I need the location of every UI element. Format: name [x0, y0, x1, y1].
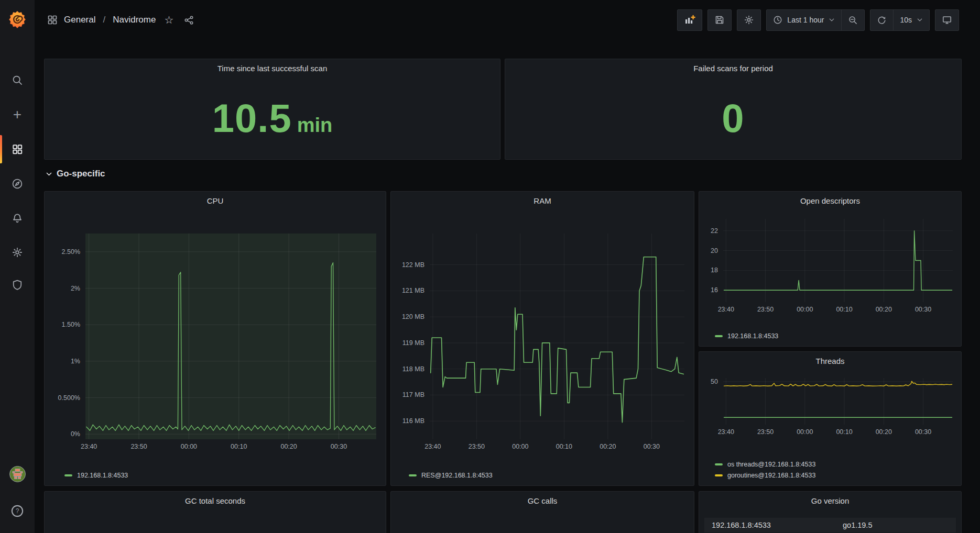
panel-title[interactable]: GC total seconds [45, 492, 386, 505]
sidebar-item-alerting[interactable] [0, 206, 35, 230]
x-tick-label: 23:40 [81, 443, 97, 450]
chart-zone: 0%0.500%1%1.50%2%2.50% 23:4023:5000:0000… [52, 234, 376, 452]
sidebar-item-server-admin[interactable] [0, 273, 35, 297]
plus-icon: + [13, 107, 21, 122]
compass-icon [12, 178, 23, 190]
y-tick-label: 119 MB [397, 339, 424, 347]
dashboard-settings-button[interactable] [737, 9, 761, 31]
go-version-value: go1.19.5 [843, 521, 872, 529]
x-tick-label: 23:50 [757, 306, 774, 313]
legend-item[interactable]: os threads@192.168.1.8:4533 [715, 461, 815, 468]
panel-title[interactable]: RAM [391, 192, 694, 205]
legend: 192.168.1.8:4533 [64, 472, 128, 479]
panel-title[interactable]: CPU [45, 192, 386, 205]
section-go-specific-label: Go-specific [57, 169, 105, 179]
panel-scan-time: Time since last successful scan 10.5 min [44, 59, 500, 160]
add-panel-icon [684, 14, 695, 26]
time-picker-group: Last 1 hour [766, 9, 865, 31]
x-tick-label: 00:20 [600, 443, 616, 450]
share-icon[interactable] [182, 14, 196, 26]
plot-area[interactable] [723, 378, 953, 425]
y-axis: 16182022 [705, 219, 723, 302]
dashboard-content: Jobs Time since last successful scan 10.… [35, 0, 980, 533]
refresh-button[interactable] [870, 10, 893, 30]
plot-area[interactable] [723, 219, 953, 302]
x-tick-label: 00:20 [280, 443, 297, 450]
x-axis: 23:4023:5000:0000:1000:2000:30 [723, 304, 953, 315]
refresh-icon [877, 15, 887, 25]
y-axis: 116 MB117 MB118 MB119 MB120 MB121 MB122 … [397, 234, 430, 439]
x-tick-label: 23:50 [469, 443, 485, 450]
panel-title[interactable]: Go version [699, 492, 961, 505]
go-version-host: 192.168.1.8:4533 [704, 521, 771, 529]
y-tick-label: 118 MB [397, 365, 424, 373]
breadcrumb: General / Navidrome ☆ [47, 13, 196, 27]
clock-icon [773, 15, 782, 25]
dashboard-toolbar: Last 1 hour [677, 9, 959, 31]
legend: os threads@192.168.1.8:4533goroutines@19… [715, 461, 815, 479]
sidebar-item-search[interactable] [0, 68, 35, 92]
y-axis: 50 [705, 378, 723, 425]
y-tick-label: 122 MB [397, 261, 424, 269]
favorite-star-icon[interactable]: ☆ [162, 13, 176, 27]
x-tick-label: 23:40 [718, 306, 734, 313]
active-indicator [0, 135, 2, 163]
monitor-icon [942, 15, 952, 25]
legend-item[interactable]: goroutines@192.168.1.8:4533 [715, 472, 815, 479]
legend-item[interactable]: 192.168.1.8:4533 [715, 332, 778, 340]
legend-item[interactable]: 192.168.1.8:4533 [64, 472, 128, 479]
y-tick-label: 16 [705, 286, 718, 294]
zoom-out-icon [848, 15, 858, 25]
legend: 192.168.1.8:4533 [715, 332, 778, 340]
panel-gc-calls: GC calls [390, 491, 694, 533]
section-header-go-specific[interactable]: Go-specific [46, 169, 105, 179]
panel-title[interactable]: Threads [699, 352, 961, 365]
sidebar-item-dashboards[interactable] [0, 137, 35, 161]
panel-title[interactable]: Time since last successful scan [45, 59, 500, 73]
chart-zone: 16182022 23:4023:5000:0000:1000:2000:30 [705, 219, 953, 315]
legend-swatch [715, 474, 723, 476]
legend-series-name: RES@192.168.1.8:4533 [421, 472, 493, 479]
legend-item[interactable]: RES@192.168.1.8:4533 [409, 472, 493, 479]
breadcrumb-section[interactable]: General [64, 15, 95, 25]
grafana-logo[interactable] [0, 0, 35, 40]
y-tick-label: 20 [705, 247, 718, 254]
add-panel-button[interactable] [677, 9, 702, 31]
breadcrumb-page[interactable]: Navidrome [113, 15, 156, 25]
x-tick-label: 00:10 [836, 306, 852, 313]
grafana-logo-icon [7, 10, 27, 30]
sidebar-item-help[interactable]: ? [0, 499, 35, 523]
y-tick-label: 0% [52, 430, 80, 438]
panel-title[interactable]: Failed scans for period [505, 59, 961, 73]
sidebar-item-configuration[interactable] [0, 240, 35, 264]
save-dashboard-button[interactable] [707, 9, 732, 31]
panel-title[interactable]: Open descriptors [699, 192, 961, 205]
refresh-interval-label: 10s [900, 16, 912, 24]
y-tick-label: 117 MB [397, 391, 424, 398]
x-tick-label: 23:50 [130, 443, 147, 450]
sidebar-item-create[interactable]: + [0, 103, 35, 127]
y-tick-label: 120 MB [397, 313, 424, 320]
x-tick-label: 23:40 [718, 428, 734, 436]
x-tick-label: 00:30 [644, 443, 660, 450]
y-tick-label: 1.50% [52, 321, 80, 328]
panel-cpu: CPU 0%0.500%1%1.50%2%2.50% 23:4023:5000:… [44, 191, 386, 486]
tv-mode-button[interactable] [935, 9, 959, 31]
x-tick-label: 23:50 [757, 428, 774, 436]
legend-series-name: goroutines@192.168.1.8:4533 [727, 472, 815, 479]
chevron-down-icon [917, 17, 923, 23]
sidebar-item-profile[interactable] [0, 462, 35, 486]
top-nav: General / Navidrome ☆ [35, 0, 980, 40]
time-range-picker[interactable]: Last 1 hour [767, 10, 841, 30]
stat-body: 10.5 min [45, 77, 500, 159]
plot-area[interactable] [85, 234, 376, 439]
sidebar-item-explore[interactable] [0, 172, 35, 196]
dashboards-grid-icon [12, 143, 23, 155]
refresh-interval-picker[interactable]: 10s [893, 10, 929, 30]
zoom-out-button[interactable] [841, 10, 864, 30]
panel-title[interactable]: GC calls [391, 492, 694, 505]
panel-failed-scans: Failed scans for period 0 [505, 59, 962, 160]
y-tick-label: 2.50% [52, 248, 80, 256]
plot-area[interactable] [430, 234, 684, 439]
help-question-glyph: ? [0, 507, 35, 515]
